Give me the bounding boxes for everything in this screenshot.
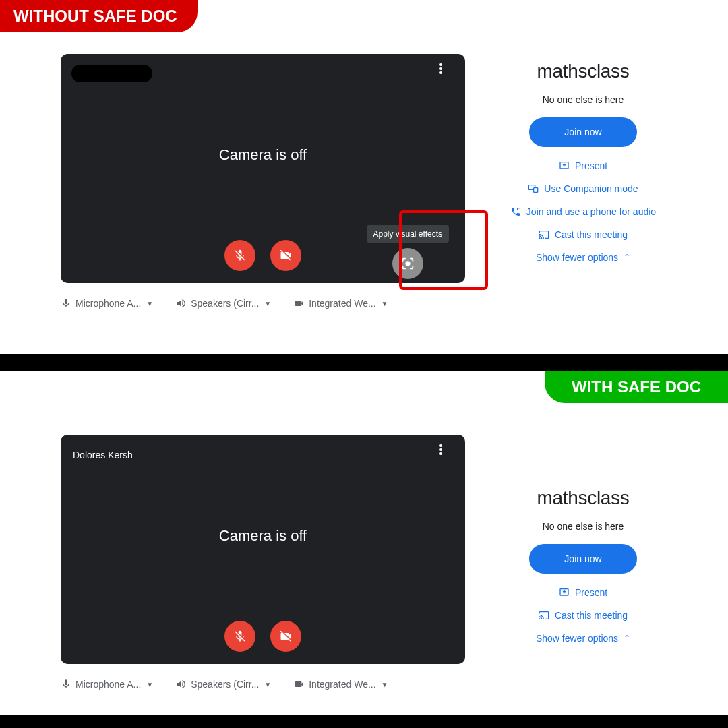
svg-rect-5 [534, 188, 538, 193]
cast-label: Cast this meeting [555, 229, 628, 240]
camera-off-icon [279, 630, 293, 643]
svg-point-8 [439, 452, 442, 455]
camera-selector[interactable]: Integrated We...▼ [294, 679, 388, 690]
chevron-up-icon: ⌃ [624, 253, 630, 262]
phone-icon [510, 206, 521, 217]
caret-icon: ▼ [382, 681, 388, 688]
mic-off-icon [233, 249, 247, 262]
panel-with-safe-doc: Dolores Kersh Camera is off Microphone A… [0, 415, 728, 690]
svg-point-2 [439, 71, 442, 74]
device-selector-row: Microphone A...▼ Speakers (Cirr...▼ Inte… [61, 298, 465, 309]
camera-label: Integrated We... [309, 298, 375, 309]
panel-without-safe-doc: Camera is off Apply visual effects M [0, 34, 728, 309]
present-icon [559, 587, 570, 598]
mic-selector[interactable]: Microphone A...▼ [61, 679, 153, 690]
show-fewer-label: Show fewer options [536, 252, 618, 263]
video-controls [224, 240, 301, 271]
cast-option[interactable]: Cast this meeting [539, 229, 628, 240]
caret-icon: ▼ [382, 300, 388, 307]
camera-off-text: Camera is off [219, 146, 307, 164]
without-safe-doc-tag: WITHOUT SAFE DOC [0, 0, 198, 32]
participants-text: No one else is here [465, 94, 701, 105]
mic-selector[interactable]: Microphone A...▼ [61, 298, 153, 309]
mic-label: Microphone A... [75, 298, 141, 309]
mic-icon [61, 298, 71, 309]
redacted-name [71, 65, 152, 82]
present-option[interactable]: Present [559, 160, 607, 171]
caret-icon: ▼ [264, 681, 271, 688]
present-icon [559, 160, 570, 171]
speaker-label: Speakers (Cirr... [191, 679, 259, 690]
bottom-bar [0, 715, 728, 728]
more-vert-icon [439, 63, 442, 74]
camera-icon [294, 298, 305, 309]
camera-icon [294, 679, 305, 690]
join-now-button[interactable]: Join now [529, 544, 636, 574]
device-selector-row: Microphone A...▼ Speakers (Cirr...▼ Inte… [61, 679, 465, 690]
join-options: Present Use Companion mode Join and use … [465, 160, 701, 263]
mute-camera-button[interactable] [270, 240, 301, 271]
join-options: Present Cast this meeting Show fewer opt… [465, 587, 701, 644]
companion-label: Use Companion mode [544, 183, 638, 194]
meeting-title: mathsclass [465, 61, 701, 82]
cast-icon [539, 610, 549, 621]
video-preview: Camera is off Apply visual effects [61, 54, 465, 283]
join-panel: mathsclass No one else is here Join now … [465, 54, 701, 309]
speaker-selector[interactable]: Speakers (Cirr...▼ [176, 679, 271, 690]
companion-mode-option[interactable]: Use Companion mode [528, 183, 638, 194]
svg-point-6 [439, 444, 442, 447]
caret-icon: ▼ [264, 300, 271, 307]
section-divider [0, 354, 728, 371]
speaker-icon [176, 298, 187, 309]
video-controls [224, 621, 301, 652]
show-fewer-option[interactable]: Show fewer options ⌃ [536, 633, 630, 644]
svg-point-1 [439, 67, 442, 70]
caret-icon: ▼ [146, 681, 153, 688]
svg-point-7 [439, 448, 442, 451]
mute-mic-button[interactable] [224, 621, 255, 652]
present-label: Present [575, 160, 607, 171]
svg-point-0 [439, 63, 442, 66]
camera-selector[interactable]: Integrated We...▼ [294, 298, 388, 309]
mic-icon [61, 679, 71, 690]
show-fewer-option[interactable]: Show fewer options ⌃ [536, 252, 630, 263]
cast-icon [539, 229, 549, 240]
companion-icon [528, 183, 539, 194]
speaker-icon [176, 679, 187, 690]
mic-off-icon [233, 630, 247, 643]
join-now-button[interactable]: Join now [529, 117, 636, 147]
speaker-label: Speakers (Cirr... [191, 298, 259, 309]
phone-label: Join and use a phone for audio [526, 206, 656, 217]
join-panel: mathsclass No one else is here Join now … [465, 435, 701, 690]
camera-off-text: Camera is off [219, 527, 307, 545]
caret-icon: ▼ [146, 300, 153, 307]
cast-label: Cast this meeting [555, 610, 628, 621]
video-preview-area: Camera is off Apply visual effects M [61, 54, 465, 309]
video-preview-area: Dolores Kersh Camera is off Microphone A… [61, 435, 465, 690]
more-options-button[interactable] [439, 63, 456, 74]
with-safe-doc-tag: WITH SAFE DOC [545, 371, 728, 403]
highlight-annotation [399, 210, 488, 290]
camera-off-icon [279, 249, 293, 262]
user-name-label: Dolores Kersh [73, 450, 133, 460]
cast-option[interactable]: Cast this meeting [539, 610, 628, 621]
mute-camera-button[interactable] [270, 621, 301, 652]
show-fewer-label: Show fewer options [536, 633, 618, 644]
more-vert-icon [439, 444, 442, 455]
mic-label: Microphone A... [75, 679, 141, 690]
meeting-title: mathsclass [465, 487, 701, 509]
phone-audio-option[interactable]: Join and use a phone for audio [510, 206, 656, 217]
present-option[interactable]: Present [559, 587, 607, 598]
speaker-selector[interactable]: Speakers (Cirr...▼ [176, 298, 271, 309]
video-preview: Dolores Kersh Camera is off [61, 435, 465, 664]
mute-mic-button[interactable] [224, 240, 255, 271]
camera-label: Integrated We... [309, 679, 375, 690]
present-label: Present [575, 587, 607, 598]
more-options-button[interactable] [439, 444, 456, 455]
chevron-up-icon: ⌃ [624, 634, 630, 643]
participants-text: No one else is here [465, 521, 701, 532]
